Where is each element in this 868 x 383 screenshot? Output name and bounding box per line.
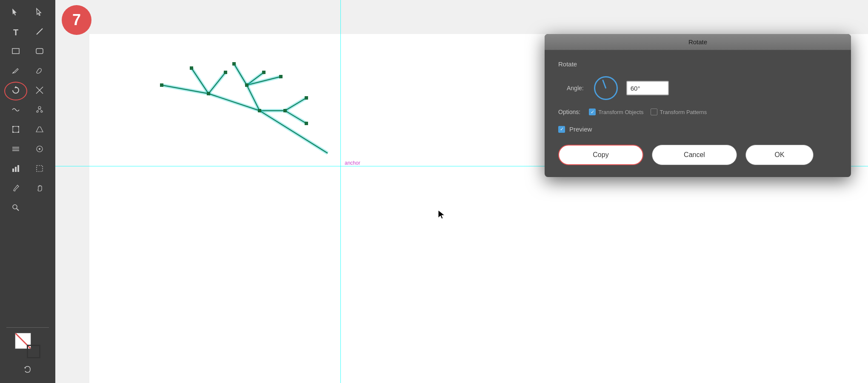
svg-line-9 xyxy=(37,109,40,111)
tree-graphic xyxy=(123,26,345,179)
svg-line-52 xyxy=(285,111,306,123)
angle-input[interactable] xyxy=(626,81,669,95)
angle-label: Angle: xyxy=(567,85,584,91)
tool-row-7 xyxy=(4,121,51,140)
toolbar-bottom xyxy=(0,326,55,383)
angle-dial[interactable] xyxy=(594,76,618,100)
selection-tool[interactable] xyxy=(4,3,27,22)
rotate-section-title: Rotate xyxy=(558,60,837,68)
svg-line-10 xyxy=(40,109,42,111)
graph-tool[interactable] xyxy=(4,160,27,179)
svg-line-43 xyxy=(162,85,208,94)
svg-rect-21 xyxy=(12,169,14,172)
svg-point-7 xyxy=(37,111,38,112)
scale-tool[interactable] xyxy=(28,82,51,100)
symbol-tool[interactable] xyxy=(28,140,51,159)
dialog-titlebar: Rotate xyxy=(545,34,851,50)
transform-patterns-label: Transform Patterns xyxy=(660,109,707,115)
tool-row-9 xyxy=(4,160,51,179)
undo-tool xyxy=(16,361,39,380)
options-label: Options: xyxy=(558,109,580,115)
svg-rect-54 xyxy=(207,92,210,95)
svg-rect-60 xyxy=(279,75,283,78)
undo-button[interactable] xyxy=(16,361,39,380)
svg-rect-56 xyxy=(224,71,227,74)
svg-point-20 xyxy=(39,148,40,150)
pencil-tool[interactable] xyxy=(4,62,27,81)
dialog-title: Rotate xyxy=(688,38,707,46)
empty-tool xyxy=(28,199,51,218)
tool-row-6 xyxy=(4,101,51,120)
direct-selection-tool[interactable] xyxy=(28,3,51,22)
free-transform-tool[interactable] xyxy=(4,121,27,140)
step-badge: 7 xyxy=(62,5,91,35)
preview-row: ✓ Preview xyxy=(558,126,837,133)
svg-rect-58 xyxy=(232,62,236,66)
zoom-tool[interactable] xyxy=(4,199,27,218)
svg-point-25 xyxy=(13,205,17,209)
tool-row-5 xyxy=(4,82,51,100)
copy-button[interactable]: Copy xyxy=(558,145,643,165)
rect-tool[interactable] xyxy=(4,43,27,61)
cancel-button[interactable]: Cancel xyxy=(652,145,737,165)
svg-rect-24 xyxy=(37,166,43,171)
svg-rect-14 xyxy=(12,131,14,133)
tool-row-3 xyxy=(4,43,51,61)
svg-rect-23 xyxy=(17,165,19,172)
svg-rect-22 xyxy=(15,167,17,172)
transform-objects-option: ✓ Transform Objects xyxy=(589,109,643,115)
hand-tool[interactable] xyxy=(28,180,51,198)
preview-checkbox[interactable]: ✓ xyxy=(558,126,565,133)
svg-rect-11 xyxy=(13,126,19,132)
rotate-dialog: Rotate Rotate Angle: Options: ✓ xyxy=(545,34,851,177)
tool-row-1 xyxy=(4,3,51,22)
transform-objects-checkbox[interactable]: ✓ xyxy=(589,109,596,115)
layers-tool[interactable] xyxy=(4,140,27,159)
preview-label: Preview xyxy=(569,126,592,133)
blob-brush-tool[interactable] xyxy=(28,62,51,81)
svg-line-45 xyxy=(208,72,226,94)
svg-rect-15 xyxy=(18,131,19,133)
svg-rect-12 xyxy=(12,126,14,127)
svg-rect-2 xyxy=(36,49,43,54)
perspective-tool[interactable] xyxy=(28,121,51,140)
tool-row-11 xyxy=(4,199,51,218)
angle-row: Angle: xyxy=(558,76,837,100)
warp-tool[interactable] xyxy=(4,101,27,120)
artboard-tool[interactable] xyxy=(28,160,51,179)
dialog-body: Rotate Angle: Options: ✓ Transform Objec… xyxy=(545,50,851,177)
svg-marker-28 xyxy=(24,367,26,369)
transform-patterns-option: Transform Patterns xyxy=(651,109,707,115)
puppet-warp-tool[interactable] xyxy=(28,101,51,120)
transform-objects-label: Transform Objects xyxy=(598,109,643,115)
svg-rect-55 xyxy=(190,66,193,70)
toolbar: T xyxy=(0,0,55,383)
svg-rect-13 xyxy=(18,126,19,127)
anchor-label: anchor xyxy=(345,160,360,166)
ok-button[interactable]: OK xyxy=(745,145,814,165)
rotate-tool[interactable] xyxy=(4,82,27,100)
svg-point-6 xyxy=(38,106,41,109)
type-tool[interactable]: T xyxy=(4,23,27,42)
svg-rect-59 xyxy=(262,71,266,74)
svg-rect-1 xyxy=(12,49,19,54)
svg-rect-63 xyxy=(305,96,308,100)
svg-line-47 xyxy=(234,64,247,85)
stroke-swatch[interactable] xyxy=(27,345,40,358)
svg-line-26 xyxy=(17,209,19,211)
svg-point-8 xyxy=(41,111,43,112)
svg-line-51 xyxy=(285,98,306,111)
line-tool[interactable] xyxy=(28,23,51,42)
rounded-rect-tool[interactable] xyxy=(28,43,51,61)
svg-rect-62 xyxy=(283,109,287,112)
buttons-row: Copy Cancel OK xyxy=(558,145,837,165)
canvas-area: anchor xyxy=(55,0,868,383)
svg-rect-57 xyxy=(245,83,248,87)
eyedropper-tool[interactable] xyxy=(4,180,27,198)
transform-patterns-checkbox[interactable] xyxy=(651,109,657,115)
tool-row-10 xyxy=(4,180,51,198)
svg-line-0 xyxy=(37,29,43,34)
svg-rect-64 xyxy=(305,122,308,125)
tool-row-2: T xyxy=(4,23,51,42)
svg-rect-61 xyxy=(258,109,261,112)
